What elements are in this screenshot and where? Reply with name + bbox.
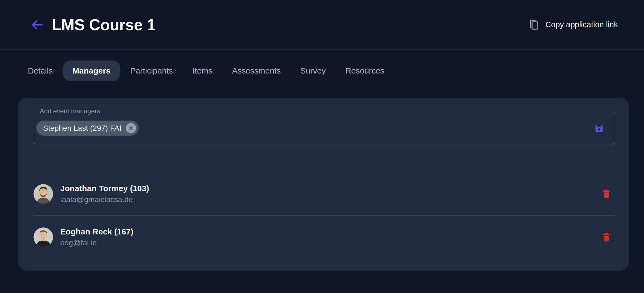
manager-name: Eoghan Reck (167)	[60, 227, 133, 236]
manager-row: Jonathan Tormey (103) laala@gmaiclacsa.d…	[34, 172, 615, 216]
eoghan-avatar-photo	[34, 227, 53, 247]
tab-participants[interactable]: Participants	[120, 60, 183, 81]
save-managers-button[interactable]	[593, 123, 605, 134]
circle-x-icon	[128, 126, 133, 131]
delete-manager-button[interactable]	[602, 231, 611, 243]
manager-chip[interactable]: Stephen Last (297) FAI	[36, 121, 139, 136]
tab-details[interactable]: Details	[18, 60, 63, 81]
arrow-left-icon	[31, 19, 43, 30]
page-header: LMS Course 1 Copy application link	[0, 0, 644, 50]
back-button[interactable]	[30, 18, 44, 32]
tab-items[interactable]: Items	[183, 60, 222, 81]
managers-card: Add event managers Stephen Last (297) FA…	[18, 98, 629, 271]
managers-list: Jonathan Tormey (103) laala@gmaiclacsa.d…	[34, 172, 615, 259]
copy-application-link-button[interactable]: Copy application link	[528, 19, 618, 30]
tab-survey[interactable]: Survey	[290, 60, 335, 81]
manager-email: eog@fai.ie	[60, 239, 133, 247]
tab-resources[interactable]: Resources	[336, 60, 394, 81]
delete-manager-button[interactable]	[602, 188, 611, 200]
manager-name: Jonathan Tormey (103)	[60, 184, 149, 193]
tab-assessments[interactable]: Assessments	[222, 60, 290, 81]
copy-link-label: Copy application link	[545, 20, 618, 29]
copy-icon	[528, 19, 539, 30]
page-title: LMS Course 1	[52, 16, 156, 34]
chip-remove-button[interactable]	[126, 123, 136, 133]
save-floppy-icon	[594, 124, 604, 133]
add-event-managers-label: Add event managers	[37, 107, 102, 115]
jonathan-avatar-photo	[34, 184, 53, 204]
manager-email: laala@gmaiclacsa.de	[60, 195, 149, 204]
trash-icon	[603, 233, 610, 242]
manager-row: Eoghan Reck (167) eog@fai.ie	[34, 216, 615, 259]
manager-info: Jonathan Tormey (103) laala@gmaiclacsa.d…	[60, 184, 149, 204]
manager-chip-label: Stephen Last (297) FAI	[43, 124, 121, 133]
add-event-managers-field[interactable]: Add event managers Stephen Last (297) FA…	[34, 111, 614, 145]
manager-info: Eoghan Reck (167) eog@fai.ie	[60, 227, 133, 247]
tab-managers[interactable]: Managers	[63, 60, 120, 81]
course-tabs: Details Managers Participants Items Asse…	[18, 50, 629, 86]
trash-icon	[603, 189, 610, 199]
